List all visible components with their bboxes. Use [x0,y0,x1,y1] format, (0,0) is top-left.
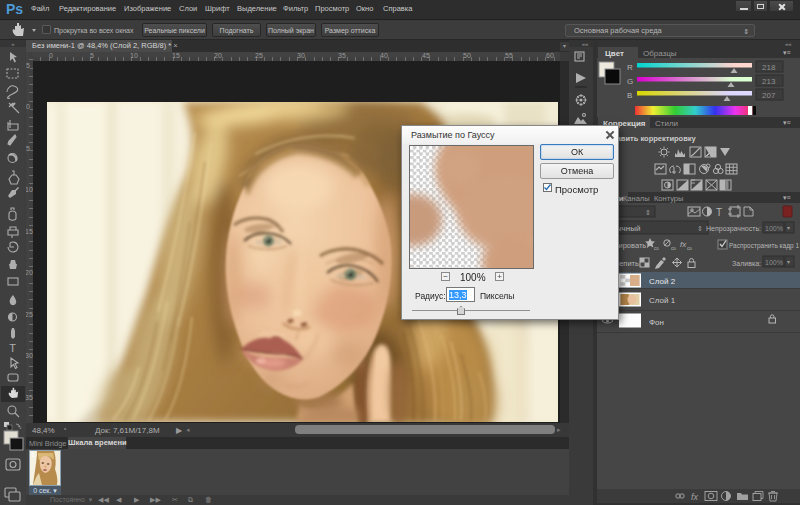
svg-text:co: co [687,246,692,251]
svg-text:Слой 2: Слой 2 [649,277,676,286]
svg-text:▾≡: ▾≡ [783,49,791,56]
svg-text:▾≡: ▾≡ [783,119,791,126]
svg-text:Распространить кадр 1: Распространить кадр 1 [729,242,799,250]
svg-text:T: T [716,207,722,218]
svg-text:218: 218 [762,63,776,72]
svg-text:G: G [627,77,633,86]
svg-text:▾≡: ▾≡ [783,194,791,201]
svg-text:100%: 100% [765,259,783,266]
svg-text:207: 207 [762,91,776,100]
svg-text:««: «« [785,41,792,47]
svg-text:⇕: ⇕ [645,209,651,216]
svg-text:Образцы: Образцы [643,49,677,58]
svg-text:Непрозрачность:: Непрозрачность: [706,225,761,233]
svg-text:Заливка:: Заливка: [732,260,761,267]
svg-text:B: B [627,91,632,100]
svg-text:213: 213 [762,77,776,86]
svg-text:Цвет: Цвет [605,49,624,58]
svg-text:Каналы: Каналы [623,194,650,203]
svg-text:100%: 100% [765,225,783,232]
svg-text:R: R [627,63,633,72]
svg-text:T: T [9,342,16,354]
svg-text:Фон: Фон [649,318,664,327]
svg-text:co: co [654,246,659,251]
svg-text:fx: fx [691,492,699,502]
svg-text:⇕: ⇕ [697,225,703,232]
svg-text:Контуры: Контуры [654,194,683,203]
svg-text:««: «« [582,41,589,47]
svg-text:Слой 1: Слой 1 [649,296,676,305]
svg-text:co: co [671,246,676,251]
svg-text:▾: ▾ [787,259,790,265]
svg-text:Стили: Стили [655,119,678,128]
svg-text:▾: ▾ [787,225,790,231]
